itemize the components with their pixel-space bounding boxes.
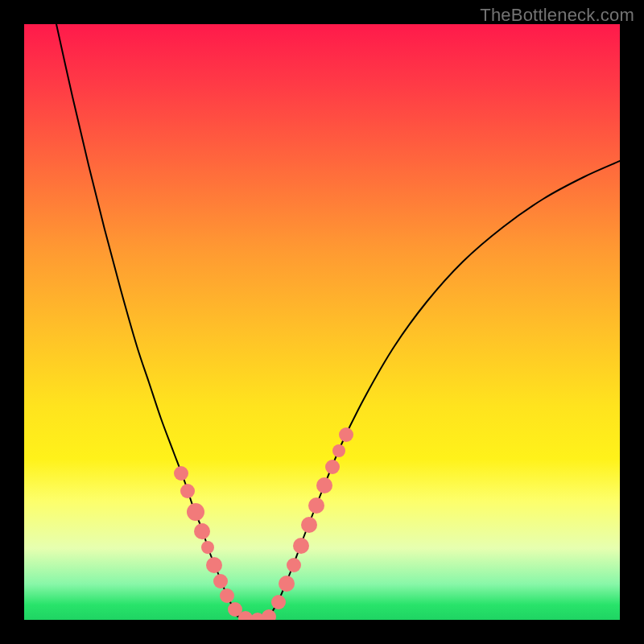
highlight-dot bbox=[262, 609, 276, 620]
highlight-dot bbox=[316, 477, 332, 493]
highlight-dot bbox=[206, 557, 222, 573]
highlight-dot bbox=[339, 427, 353, 442]
highlight-dot bbox=[180, 484, 195, 498]
highlight-dot bbox=[287, 558, 301, 572]
highlight-dot bbox=[279, 576, 295, 592]
highlight-dot bbox=[174, 466, 188, 481]
highlight-dot bbox=[325, 460, 340, 474]
highlight-dot bbox=[187, 503, 204, 521]
highlight-dot bbox=[301, 517, 317, 533]
watermark-text: TheBottleneck.com bbox=[480, 5, 634, 26]
highlight-dot bbox=[332, 444, 345, 457]
highlight-dot bbox=[308, 497, 324, 514]
highlight-dot bbox=[293, 538, 309, 554]
highlight-dot bbox=[220, 588, 234, 603]
bottleneck-curve bbox=[56, 24, 620, 620]
highlight-dot bbox=[194, 523, 210, 539]
chart-svg bbox=[24, 24, 620, 620]
plot-area bbox=[24, 24, 620, 620]
chart-frame: TheBottleneck.com bbox=[0, 0, 644, 644]
highlight-dot bbox=[271, 595, 286, 609]
highlight-dot bbox=[201, 541, 214, 554]
highlight-dot bbox=[213, 574, 228, 588]
